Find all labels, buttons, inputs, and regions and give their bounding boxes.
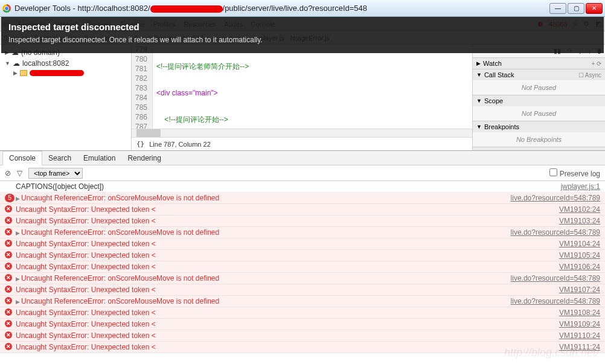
console-row[interactable]: ✕Uncaught SyntaxError: Unexpected token … xyxy=(0,250,605,261)
console-row[interactable]: CAPTIONS([object Object])jwplayer.js:1 xyxy=(0,181,605,193)
scope-section[interactable]: ▼Scope xyxy=(473,95,605,106)
error-icon: ✕ xyxy=(5,274,12,281)
error-icon: ✕ xyxy=(5,240,12,247)
editor-status: {} Line 787, Column 22 xyxy=(132,137,472,150)
cloud-icon: ☁ xyxy=(13,59,20,68)
expand-icon[interactable]: ▶ xyxy=(16,230,20,236)
log-source-link[interactable]: VM19107:24 xyxy=(554,286,600,294)
log-source-link[interactable]: live.do?resourceId=548:789 xyxy=(506,228,600,237)
console-row[interactable]: ✕Uncaught SyntaxError: Unexpected token … xyxy=(0,330,605,342)
disconnected-overlay: Inspected target disconnected Inspected … xyxy=(1,17,604,53)
breakpoints-section[interactable]: ▼Breakpoints xyxy=(473,121,605,132)
horizontal-scrollbar[interactable] xyxy=(132,129,472,137)
log-message: Uncaught SyntaxError: Unexpected token < xyxy=(16,331,156,340)
log-source-link[interactable]: live.do?resourceId=548:789 xyxy=(506,297,600,305)
console-row[interactable]: ✕Uncaught SyntaxError: Unexpected token … xyxy=(0,216,605,227)
log-message: Uncaught SyntaxError: Unexpected token < xyxy=(16,217,156,225)
console-row[interactable]: ✕Uncaught SyntaxError: Unexpected token … xyxy=(0,204,605,216)
log-source-link[interactable]: live.do?resourceId=548:789 xyxy=(506,194,600,202)
console-output[interactable]: CAPTIONS([object Object])jwplayer.js:15▶… xyxy=(0,181,605,364)
window-title: Developer Tools - http://localhost:8082/… xyxy=(14,4,549,13)
log-message: Uncaught SyntaxError: Unexpected token < xyxy=(16,343,156,351)
line-gutter: 779780781782783784785786787788789 xyxy=(132,45,153,129)
tab-rendering[interactable]: Rendering xyxy=(121,152,167,165)
expand-icon[interactable]: ▶ xyxy=(16,276,20,282)
overlay-title: Inspected target disconnected xyxy=(8,22,597,32)
log-message: CAPTIONS([object Object]) xyxy=(16,182,104,191)
callstack-section[interactable]: ▼Call Stack☐ Async xyxy=(473,69,605,80)
log-source-link[interactable]: VM19105:24 xyxy=(554,251,600,260)
drawer-tabs: Console Search Emulation Rendering xyxy=(0,151,605,165)
error-icon: ✕ xyxy=(5,251,12,258)
log-source-link[interactable]: VM19109:24 xyxy=(554,320,600,328)
tab-emulation[interactable]: Emulation xyxy=(77,152,121,165)
tab-console[interactable]: Console xyxy=(2,151,42,165)
file-navigator[interactable]: ▶☁(no domain) ▼☁localhost:8082 ▶ xyxy=(0,45,132,150)
console-row[interactable]: ✕▶Uncaught ReferenceError: onScoreMouseM… xyxy=(0,273,605,284)
log-source-link[interactable]: VM19102:24 xyxy=(554,205,600,214)
expand-icon[interactable]: ▶ xyxy=(16,196,20,202)
log-source-link[interactable]: VM19104:24 xyxy=(554,240,600,248)
maximize-button[interactable]: ▢ xyxy=(568,3,584,14)
tab-search[interactable]: Search xyxy=(42,152,77,165)
log-message: Uncaught ReferenceError: onScoreMouseMov… xyxy=(21,297,219,305)
watch-section[interactable]: ▶Watch+ ⟳ xyxy=(473,58,605,69)
error-icon: ✕ xyxy=(5,217,12,224)
error-icon: ✕ xyxy=(5,343,12,350)
console-row[interactable]: ✕Uncaught SyntaxError: Unexpected token … xyxy=(0,342,605,353)
minimize-button[interactable]: — xyxy=(549,3,566,14)
console-row[interactable]: ✕Uncaught SyntaxError: Unexpected token … xyxy=(0,319,605,330)
close-button[interactable]: ✕ xyxy=(586,3,603,14)
error-icon: ✕ xyxy=(5,205,12,212)
clear-console-icon[interactable]: ⊘ xyxy=(5,169,11,177)
error-icon: ✕ xyxy=(5,320,12,327)
log-message: Uncaught ReferenceError: onScoreMouseMov… xyxy=(21,228,219,237)
log-source-link[interactable]: VM19111:24 xyxy=(554,343,600,351)
console-row[interactable]: ✕▶Uncaught ReferenceError: onScoreMouseM… xyxy=(0,296,605,307)
log-message: Uncaught ReferenceError: onScoreMouseMov… xyxy=(21,194,219,202)
cursor-position: Line 787, Column 22 xyxy=(149,141,211,148)
error-icon: ✕ xyxy=(5,286,12,293)
code-content[interactable]: <!--提问评论老师简介开始--> <div class="main"> <!-… xyxy=(153,45,472,129)
log-source-link[interactable]: jwplayer.js:1 xyxy=(556,182,600,191)
log-source-link[interactable]: live.do?resourceId=548:789 xyxy=(506,274,600,283)
frame-selector[interactable]: <top frame> xyxy=(28,168,83,179)
expand-icon[interactable]: ▶ xyxy=(16,299,20,305)
log-message: Uncaught ReferenceError: onScoreMouseMov… xyxy=(21,274,219,283)
overlay-message: Inspected target disconnected. Once it r… xyxy=(8,36,597,44)
braces-icon[interactable]: {} xyxy=(136,140,144,148)
code-editor[interactable]: 779780781782783784785786787788789 <!--提问… xyxy=(132,45,472,150)
console-row[interactable]: ✕Uncaught SyntaxError: Unexpected token … xyxy=(0,284,605,296)
log-message: Uncaught SyntaxError: Unexpected token < xyxy=(16,263,156,271)
error-icon: ✕ xyxy=(5,297,12,304)
log-message: Uncaught SyntaxError: Unexpected token < xyxy=(16,205,156,214)
log-message: Uncaught SyntaxError: Unexpected token < xyxy=(16,251,156,260)
error-icon: ✕ xyxy=(5,308,12,316)
log-message: Uncaught SyntaxError: Unexpected token < xyxy=(16,286,156,294)
preserve-log-checkbox[interactable]: Preserve log xyxy=(549,168,600,178)
window-titlebar: Developer Tools - http://localhost:8082/… xyxy=(0,0,605,17)
error-icon: ✕ xyxy=(5,263,12,270)
console-toolbar: ⊘ ▽ <top frame> Preserve log xyxy=(0,165,605,181)
console-row[interactable]: 5▶Uncaught ReferenceError: onScoreMouseM… xyxy=(0,193,605,204)
error-icon: ✕ xyxy=(5,331,12,339)
dom-breakpoints-section[interactable]: ▶DOM Breakpoints xyxy=(473,147,605,150)
redacted-url xyxy=(150,5,223,13)
log-source-link[interactable]: VM19108:24 xyxy=(554,308,600,317)
redacted-folder xyxy=(30,70,84,76)
filter-icon[interactable]: ▽ xyxy=(17,169,22,177)
log-message: Uncaught SyntaxError: Unexpected token < xyxy=(16,320,156,328)
log-source-link[interactable]: VM19110:24 xyxy=(554,331,600,340)
log-message: Uncaught SyntaxError: Unexpected token < xyxy=(16,240,156,248)
console-row[interactable]: ✕Uncaught SyntaxError: Unexpected token … xyxy=(0,261,605,273)
log-source-link[interactable]: VM19103:24 xyxy=(554,217,600,225)
chrome-icon xyxy=(2,4,11,13)
folder-icon xyxy=(20,70,27,76)
console-row[interactable]: ✕Uncaught SyntaxError: Unexpected token … xyxy=(0,307,605,319)
error-count-badge: 5 xyxy=(5,194,14,202)
log-source-link[interactable]: VM19106:24 xyxy=(554,263,600,271)
debugger-sidebar: ▮▮ ↷ ↓ ↑ ⬮ ▶Watch+ ⟳ ▼Call Stack☐ AsyncN… xyxy=(472,45,605,150)
log-message: Uncaught SyntaxError: Unexpected token < xyxy=(16,308,156,317)
console-row[interactable]: ✕Uncaught SyntaxError: Unexpected token … xyxy=(0,238,605,250)
console-row[interactable]: ✕▶Uncaught ReferenceError: onScoreMouseM… xyxy=(0,227,605,238)
